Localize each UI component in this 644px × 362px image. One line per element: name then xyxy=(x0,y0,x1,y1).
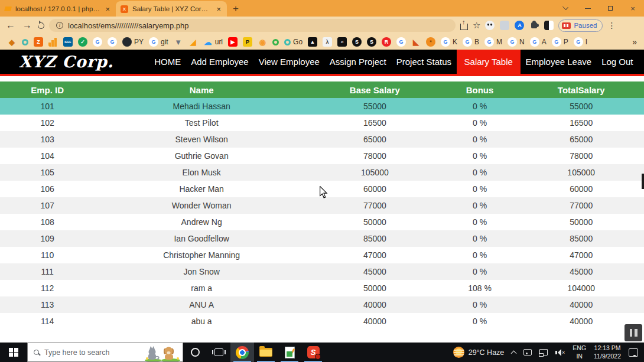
nav-item-home[interactable]: HOME xyxy=(149,50,186,74)
google-bookmark[interactable]: G xyxy=(93,37,102,47)
bird-bookmark[interactable]: ▲ xyxy=(308,37,317,47)
back-button[interactable]: ← xyxy=(5,20,17,31)
address-bar[interactable]: i localhost/ems///////////salaryemp.php xyxy=(49,19,456,32)
s-circle-2-bookmark[interactable]: S xyxy=(367,37,376,47)
restore-button[interactable] xyxy=(599,0,622,17)
writer-app-button[interactable] xyxy=(278,343,301,362)
task-view-button[interactable] xyxy=(207,343,230,362)
phpmyadmin-bookmark[interactable]: ◢ xyxy=(188,37,198,47)
orange-z-bookmark[interactable]: Z xyxy=(34,37,43,47)
browser-menu-button[interactable]: ⋮ xyxy=(607,21,616,30)
ieee-bookmark[interactable]: IEEE xyxy=(63,37,73,47)
tab-search-button[interactable] xyxy=(554,0,577,17)
bw-split-extension-icon[interactable] xyxy=(544,21,554,30)
tab-close-icon[interactable]: × xyxy=(215,5,222,14)
table-row[interactable]: 105Elon Musk1050000 %105000 xyxy=(0,164,644,181)
google-p-bookmark[interactable]: GP xyxy=(552,37,568,47)
google-b-bookmark[interactable]: GB xyxy=(463,37,479,47)
taskbar-search-input[interactable]: Type here to search xyxy=(27,343,183,362)
table-row[interactable]: 108Andrew Ng500000 %50000 xyxy=(0,214,644,230)
table-row[interactable]: 103Steven Wilson650000 %65000 xyxy=(0,131,644,148)
cortana-button[interactable] xyxy=(183,343,207,362)
analytics-bars-bookmark[interactable] xyxy=(48,37,58,47)
yellow-p-bookmark[interactable]: P xyxy=(243,37,252,47)
nav-item-project-status[interactable]: Project Status xyxy=(391,50,456,74)
matlab-bookmark[interactable]: ◣ xyxy=(411,37,421,47)
reload-button[interactable] xyxy=(38,22,44,29)
display-cast-icon[interactable] xyxy=(523,349,532,356)
new-tab-button[interactable]: + xyxy=(233,3,239,15)
site-info-icon[interactable]: i xyxy=(56,22,63,29)
green-ring-bookmark[interactable] xyxy=(272,39,279,45)
site-logo[interactable]: XYZ Corp. xyxy=(19,53,113,71)
nav-item-add-employee[interactable]: Add Employee xyxy=(186,50,254,74)
nav-item-salary-table[interactable]: Salary Table xyxy=(457,50,521,74)
share-button[interactable] xyxy=(460,21,468,30)
google-3-bookmark[interactable]: G xyxy=(396,37,406,47)
panda-extension-icon[interactable] xyxy=(485,21,495,30)
table-row[interactable]: 113ANU A400000 %40000 xyxy=(0,296,644,313)
youtube-bookmark[interactable]: ▶ xyxy=(228,37,238,47)
nav-item-view-employee[interactable]: View Employee xyxy=(253,50,324,74)
table-row[interactable]: 109Ian Goodfellow850000 %85000 xyxy=(0,230,644,247)
start-button[interactable] xyxy=(0,343,27,362)
nav-item-log-out[interactable]: Log Out xyxy=(597,50,638,74)
google-m-bookmark[interactable]: GM xyxy=(484,37,502,47)
orange-diamond-bookmark[interactable]: ◆ xyxy=(7,37,17,47)
camera-bookmark[interactable]: ◉ xyxy=(258,37,267,47)
clock[interactable]: 12:13 PM 11/9/2022 xyxy=(594,344,621,360)
table-row[interactable]: 112ram a50000108 %104000 xyxy=(0,280,644,296)
green-circle-bookmark[interactable]: ✓ xyxy=(78,37,87,47)
hand-extension-icon[interactable] xyxy=(500,21,509,30)
teal-ring-bookmark[interactable] xyxy=(22,39,28,45)
browser-tab-phpmyadmin[interactable]: localhost / 127.0.0.1 | phpMyAdm × xyxy=(0,1,116,17)
google-git-bookmark[interactable]: Ggit xyxy=(149,37,168,47)
table-row[interactable]: 114abu a400000 %40000 xyxy=(0,313,644,330)
nav-item-employee-leave[interactable]: Employee Leave xyxy=(521,50,597,74)
google-2-bookmark[interactable]: G xyxy=(108,37,117,47)
language-indicator[interactable]: ENG IN xyxy=(573,344,586,360)
chrome-taskbar-button[interactable] xyxy=(230,343,254,362)
go-ring-bookmark[interactable]: Go xyxy=(284,38,303,46)
recorder-pause-button[interactable] xyxy=(625,324,642,341)
cloud-url-bookmark[interactable]: ☁url xyxy=(203,37,223,47)
url-text[interactable]: localhost/ems///////////salaryemp.php xyxy=(68,21,188,30)
table-row[interactable]: 110Christopher Manning470000 %47000 xyxy=(0,247,644,263)
red-r-bookmark[interactable]: R xyxy=(382,37,391,47)
blue-a-extension-icon[interactable]: A xyxy=(515,21,524,30)
browser-tab-salary-table[interactable]: X Salary Table | XYZ Corporation × xyxy=(116,1,227,17)
extensions-puzzle-icon[interactable] xyxy=(531,22,537,28)
gray-download-bookmark[interactable]: ▼ xyxy=(174,37,183,47)
tab-close-icon[interactable]: × xyxy=(104,5,111,14)
table-row[interactable]: 111Jon Snow450000 %45000 xyxy=(0,263,644,280)
bookmarks-overflow-icon[interactable]: » xyxy=(632,37,637,47)
person-bookmark[interactable]: λ xyxy=(323,37,332,47)
bookmark-star-button[interactable]: ☆ xyxy=(473,20,480,31)
minimize-button[interactable] xyxy=(577,0,599,17)
table-row[interactable]: 104Guthrie Govan780000 %78000 xyxy=(0,148,644,164)
github-bookmark[interactable]: PY xyxy=(122,37,144,47)
nav-item-assign-project[interactable]: Assign Project xyxy=(324,50,391,74)
google-n-bookmark[interactable]: GN xyxy=(508,37,525,47)
profile-paused-button[interactable]: Paused xyxy=(558,19,603,32)
cl-bookmark[interactable]: cl xyxy=(337,37,347,47)
volume-muted-icon[interactable]: × xyxy=(555,349,565,356)
google-k-bookmark[interactable]: GK xyxy=(441,37,457,47)
s-circle-bookmark[interactable]: S xyxy=(352,37,362,47)
screen-recorder-button[interactable]: S xyxy=(301,343,325,362)
weather-widget[interactable]: 29°C Haze xyxy=(453,347,505,358)
tray-expand-icon[interactable] xyxy=(511,350,517,356)
table-row[interactable]: 102Test Pilot165000 %16500 xyxy=(0,115,644,131)
google-a-bookmark[interactable]: GA xyxy=(530,37,547,47)
flower-bookmark[interactable]: * xyxy=(426,37,435,47)
file-explorer-button[interactable] xyxy=(254,343,278,362)
scrollbar-thumb[interactable] xyxy=(642,174,644,189)
network-icon[interactable] xyxy=(539,349,548,356)
google-i-bookmark[interactable]: GI xyxy=(574,37,587,47)
table-row[interactable]: 107Wonder Woman770000 %77000 xyxy=(0,197,644,214)
table-row[interactable]: 101Mehadi Hassan550000 %55000 xyxy=(0,98,644,115)
close-button[interactable]: × xyxy=(622,0,644,17)
date-text: 11/9/2022 xyxy=(594,353,621,360)
action-center-icon[interactable] xyxy=(629,348,638,357)
forward-button[interactable]: → xyxy=(21,20,33,31)
